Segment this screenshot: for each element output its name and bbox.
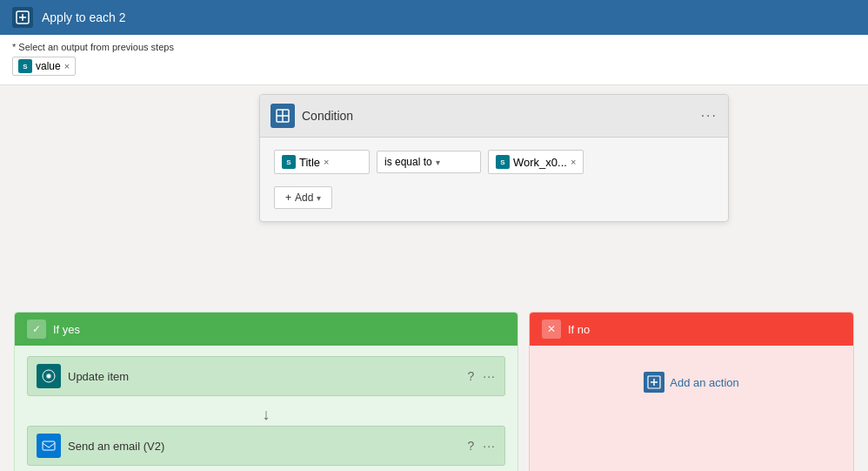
tag-close[interactable]: × (64, 61, 70, 71)
add-action-icon (644, 372, 664, 393)
action-left-2: Send an email (V2) (37, 434, 164, 458)
condition-header-left: Condition (270, 104, 353, 128)
condition-title: Condition (302, 109, 353, 123)
if-no-title: If no (568, 323, 590, 336)
operator-text: is equal to (384, 156, 432, 168)
action-send-email-1: Send an email (V2) ? ··· (27, 426, 505, 466)
field-close[interactable]: × (324, 157, 329, 167)
if-yes-check-icon: ✓ (27, 320, 46, 339)
condition-body: S Title × is equal to ▾ S Work_x0... × (260, 138, 728, 221)
update-item-help[interactable]: ? (468, 369, 475, 383)
condition-header: Condition ··· (260, 95, 728, 138)
action-right-2: ? ··· (468, 439, 496, 453)
value-icon: S (496, 155, 510, 169)
add-action-button[interactable]: Add an action (644, 372, 739, 393)
output-selector: * Select an output from previous steps S… (0, 35, 868, 85)
update-item-more[interactable]: ··· (483, 369, 496, 383)
send-email-1-help[interactable]: ? (468, 439, 475, 453)
top-header: Apply to each 2 (0, 0, 868, 35)
send-email-1-more[interactable]: ··· (483, 439, 496, 453)
header-icon (12, 7, 33, 28)
condition-field[interactable]: S Title × (274, 150, 370, 174)
add-icon: + (285, 192, 291, 204)
condition-more-button[interactable]: ··· (701, 108, 718, 124)
tag-icon: S (18, 59, 32, 73)
condition-row: S Title × is equal to ▾ S Work_x0... × (274, 150, 714, 174)
add-chevron: ▾ (317, 193, 321, 203)
value-tag[interactable]: S value × (12, 57, 76, 76)
if-no-body: Add an action (530, 346, 853, 419)
action-left: Update item (37, 364, 129, 388)
if-no-x-icon: ✕ (542, 320, 561, 339)
if-yes-header: ✓ If yes (15, 313, 517, 346)
action-right: ? ··· (468, 369, 496, 383)
main-content: Condition ··· S Title × is equal to ▾ (0, 85, 868, 471)
condition-card: Condition ··· S Title × is equal to ▾ (259, 94, 729, 222)
operator-chevron: ▾ (436, 158, 440, 167)
add-label: Add (295, 192, 313, 204)
update-item-label: Update item (68, 370, 129, 383)
value-text: Work_x0... (513, 156, 567, 169)
condition-icon (270, 104, 295, 128)
field-text: Title (299, 156, 320, 169)
if-no-header: ✕ If no (530, 313, 853, 346)
if-yes-title: If yes (53, 323, 80, 336)
sharepoint-icon (37, 364, 61, 388)
arrow-1: ↓ (27, 403, 505, 426)
header-title: Apply to each 2 (42, 10, 126, 24)
condition-value[interactable]: S Work_x0... × (488, 150, 584, 174)
output-label: * Select an output from previous steps (12, 42, 856, 52)
field-icon: S (282, 155, 296, 169)
outlook-icon-1 (37, 434, 61, 458)
svg-point-5 (47, 374, 50, 378)
action-list: Update item ? ··· ↓ (15, 346, 517, 471)
send-email-1-label: Send an email (V2) (68, 440, 164, 453)
svg-rect-6 (43, 441, 55, 450)
add-action-label: Add an action (670, 376, 739, 389)
action-update-item: Update item ? ··· (27, 356, 505, 396)
condition-operator[interactable]: is equal to ▾ (377, 151, 481, 173)
if-yes-section: ✓ If yes Update item (14, 312, 518, 471)
tag-text: value (36, 60, 61, 72)
tag-container: S value × (12, 57, 856, 76)
if-no-section: ✕ If no Add an action (529, 312, 854, 471)
add-button[interactable]: + Add ▾ (274, 186, 332, 209)
value-close[interactable]: × (571, 157, 576, 167)
bottom-section: ✓ If yes Update item (0, 312, 868, 471)
